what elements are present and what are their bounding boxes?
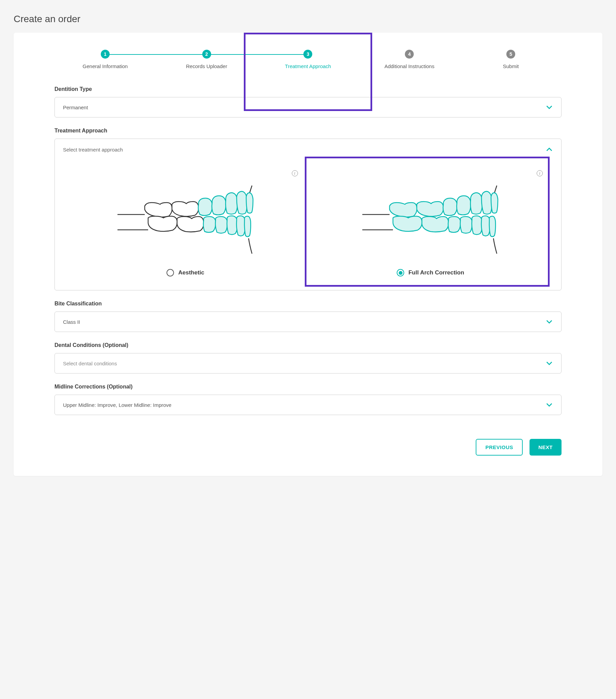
step-circle-2: 2 xyxy=(202,50,211,58)
dentition-label: Dentition Type xyxy=(54,86,562,92)
step-label-4: Additional Instructions xyxy=(384,63,434,69)
chevron-down-icon xyxy=(546,318,553,326)
previous-button[interactable]: PREVIOUS xyxy=(476,439,523,456)
step-treatment-approach[interactable]: 3 Treatment Approach xyxy=(258,50,359,69)
section-dental-conditions: Dental Conditions (Optional) Select dent… xyxy=(54,342,562,373)
radio-full-arch[interactable]: Full Arch Correction xyxy=(397,269,464,276)
dentition-value: Permanent xyxy=(63,105,88,110)
bite-label: Bite Classification xyxy=(54,301,562,307)
radio-full-arch-label: Full Arch Correction xyxy=(408,269,464,276)
step-records-uploader[interactable]: 2 Records Uploader xyxy=(156,50,258,69)
section-treatment-approach: Treatment Approach Select treatment appr… xyxy=(54,128,562,290)
dentition-dropdown[interactable]: Permanent xyxy=(54,97,562,117)
step-additional-instructions[interactable]: 4 Additional Instructions xyxy=(358,50,460,69)
dental-conditions-dropdown[interactable]: Select dental conditions xyxy=(54,353,562,373)
step-general-information[interactable]: 1 General Information xyxy=(54,50,156,69)
info-icon[interactable]: i xyxy=(292,170,298,176)
step-circle-1: 1 xyxy=(101,50,110,58)
chevron-down-icon xyxy=(546,359,553,367)
step-circle-3: 3 xyxy=(303,50,312,58)
section-midline: Midline Corrections (Optional) Upper Mid… xyxy=(54,384,562,415)
next-button[interactable]: NEXT xyxy=(529,439,562,456)
teeth-full-arch-icon xyxy=(355,170,505,259)
dental-conditions-label: Dental Conditions (Optional) xyxy=(54,342,562,348)
step-submit[interactable]: 5 Submit xyxy=(460,50,562,69)
radio-aesthetic-label: Aesthetic xyxy=(178,269,204,276)
bite-dropdown[interactable]: Class II xyxy=(54,312,562,332)
option-aesthetic[interactable]: i xyxy=(63,160,308,276)
dental-conditions-placeholder: Select dental conditions xyxy=(63,360,117,366)
midline-dropdown[interactable]: Upper Midline: Improve, Lower Midline: I… xyxy=(54,395,562,415)
step-label-1: General Information xyxy=(83,63,128,69)
radio-aesthetic[interactable]: Aesthetic xyxy=(167,269,204,276)
chevron-down-icon xyxy=(546,104,553,111)
page-title: Create an order xyxy=(14,14,602,25)
step-label-3: Treatment Approach xyxy=(285,63,331,69)
step-circle-5: 5 xyxy=(506,50,515,58)
order-card: 1 General Information 2 Records Uploader… xyxy=(14,33,602,476)
radio-icon xyxy=(167,269,174,276)
chevron-down-icon xyxy=(546,401,553,409)
bite-value: Class II xyxy=(63,319,80,325)
treatment-approach-header: Select treatment approach xyxy=(63,147,123,153)
treatment-approach-label: Treatment Approach xyxy=(54,128,562,134)
radio-inner-icon xyxy=(399,271,403,275)
treatment-approach-panel: Select treatment approach i xyxy=(54,139,562,290)
info-icon[interactable]: i xyxy=(537,170,543,176)
radio-icon xyxy=(397,269,404,276)
step-circle-4: 4 xyxy=(405,50,414,58)
midline-label: Midline Corrections (Optional) xyxy=(54,384,562,390)
step-label-5: Submit xyxy=(503,63,519,69)
chevron-up-icon[interactable] xyxy=(546,146,553,153)
stepper: 1 General Information 2 Records Uploader… xyxy=(54,50,562,69)
teeth-aesthetic-icon xyxy=(111,170,261,259)
option-full-arch[interactable]: i xyxy=(308,160,553,276)
step-label-2: Records Uploader xyxy=(186,63,227,69)
section-dentition: Dentition Type Permanent xyxy=(54,86,562,117)
midline-value: Upper Midline: Improve, Lower Midline: I… xyxy=(63,402,171,408)
footer-actions: PREVIOUS NEXT xyxy=(54,439,562,456)
section-bite: Bite Classification Class II xyxy=(54,301,562,332)
